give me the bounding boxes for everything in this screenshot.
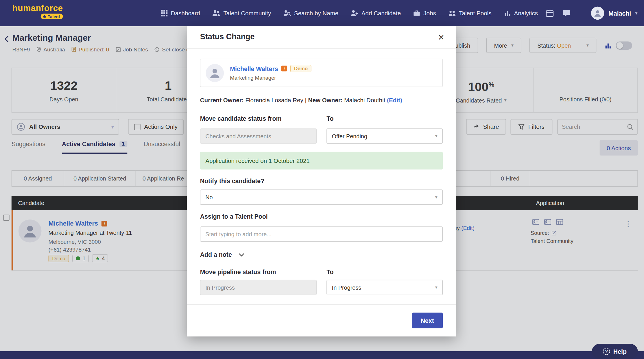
app-root: humanforce Talent Dashboard Talent Commu… — [0, 0, 644, 359]
chevron-down-icon: ▾ — [435, 285, 438, 290]
user-avatar — [591, 7, 604, 20]
chat-icon — [563, 10, 571, 17]
move-pipeline-to-label: To — [326, 268, 333, 275]
chevron-down-icon: ▾ — [635, 10, 637, 16]
person-add-icon — [351, 10, 358, 16]
modal-candidate-card: Michelle Walters i Demo Marketing Manage… — [200, 59, 443, 87]
candidate-avatar — [206, 64, 224, 82]
notify-label: Notify this candidate? — [200, 177, 265, 184]
people-group-icon — [448, 10, 456, 16]
modal-candidate-name-link[interactable]: Michelle Walters i Demo — [230, 65, 311, 72]
calendar-icon — [546, 10, 554, 17]
pipeline-from-field: In Progress — [200, 280, 317, 295]
close-icon[interactable]: ✕ — [436, 30, 447, 45]
person-search-icon — [283, 10, 291, 16]
user-menu[interactable]: Malachi ▾ — [591, 7, 637, 20]
notify-select[interactable]: No ▾ — [200, 189, 443, 205]
grid-icon — [161, 10, 168, 16]
move-pipeline-from-label: Move pipeline status from — [200, 268, 276, 275]
info-badge-icon: i — [281, 66, 287, 71]
status-change-modal: Status Change ✕ Michelle Walters i Demo … — [187, 26, 456, 336]
next-button[interactable]: Next — [412, 313, 443, 328]
talent-pool-input[interactable] — [200, 226, 443, 242]
modal-header: Status Change ✕ — [187, 26, 456, 49]
nav-item-talent-community[interactable]: Talent Community — [212, 10, 271, 16]
brand-name: humanforce — [12, 4, 63, 13]
primary-nav: Dashboard Talent Community Search by Nam… — [161, 0, 538, 26]
user-name: Malachi — [608, 10, 631, 16]
add-note-toggle[interactable]: Add a note — [200, 251, 244, 258]
pipeline-to-select[interactable]: In Progress ▾ — [326, 280, 443, 295]
nav-item-add-candidate[interactable]: Add Candidate — [351, 10, 401, 16]
status-from-field: Checks and Assessments — [200, 129, 317, 144]
nav-item-talent-pools[interactable]: Talent Pools — [448, 10, 491, 16]
brand-logo[interactable]: humanforce Talent — [12, 4, 63, 19]
nav-item-analytics[interactable]: Analytics — [504, 10, 538, 16]
move-status-to-label: To — [326, 115, 333, 122]
demo-badge: Demo — [290, 65, 311, 72]
nav-item-dashboard[interactable]: Dashboard — [161, 10, 200, 16]
owner-line: Current Owner: Florencia Losada Rey | Ne… — [200, 97, 402, 103]
bar-chart-icon — [504, 10, 511, 16]
nav-item-search-by-name[interactable]: Search by Name — [283, 10, 338, 16]
messages-button[interactable] — [563, 10, 571, 17]
calendar-button[interactable] — [546, 10, 554, 17]
brand-product-badge: Talent — [41, 14, 63, 19]
question-icon: ? — [603, 348, 610, 355]
talent-pool-label: Assign to a Talent Pool — [200, 213, 268, 220]
star-icon — [43, 14, 47, 18]
help-button[interactable]: ? Help — [592, 344, 638, 359]
navbar-right-cluster: Malachi ▾ — [546, 0, 637, 26]
move-status-from-label: Move candidate status from — [200, 115, 282, 122]
chevron-down-icon — [238, 253, 244, 256]
person-icon — [208, 66, 221, 79]
person-icon — [593, 9, 602, 18]
chevron-down-icon: ▾ — [435, 133, 438, 139]
status-to-select[interactable]: Offer Pending ▾ — [326, 129, 443, 144]
people-icon — [212, 10, 220, 16]
modal-candidate-role: Marketing Manager — [230, 75, 276, 81]
modal-title: Status Change — [200, 32, 255, 41]
application-received-banner: Application received on 1 October 2021 — [200, 152, 443, 170]
chevron-down-icon: ▾ — [435, 194, 438, 200]
modal-footer: Next — [187, 304, 456, 336]
nav-item-jobs[interactable]: Jobs — [413, 10, 436, 16]
briefcase-icon — [413, 10, 420, 16]
top-navbar: humanforce Talent Dashboard Talent Commu… — [0, 0, 644, 26]
owner-edit-link[interactable]: (Edit) — [387, 97, 402, 103]
